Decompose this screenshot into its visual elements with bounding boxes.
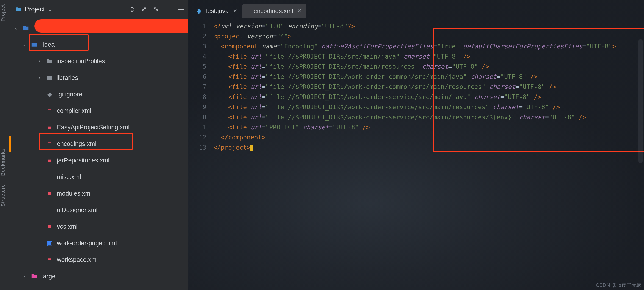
tab-test-java[interactable]: ◉ Test.java ✕ [191, 4, 242, 18]
more-icon[interactable]: ⋮ [165, 6, 171, 13]
project-tree[interactable]: ⌄ ⌄ .idea › [9, 18, 188, 290]
selection-indicator [9, 135, 10, 152]
project-view-switcher[interactable]: Project ⌄ [15, 5, 126, 13]
tree-label: misc.xml [57, 174, 81, 180]
toolstrip-bookmarks[interactable]: Bookmarks [0, 144, 9, 180]
work-area: Project ⌄ ◎ ⤢ ⤡ ⋮ — ⌄ [9, 0, 644, 290]
tree-file-gitignore[interactable]: ◆ .gitignore [9, 86, 188, 102]
xml-file-icon: ≡ [46, 207, 54, 213]
xml-file-icon: ≡ [46, 141, 54, 147]
tree-label: uiDesigner.xml [57, 207, 98, 213]
tree-label: vcs.xml [57, 224, 78, 230]
tree-file-misc[interactable]: ≡ misc.xml [9, 169, 188, 185]
tree-label: encodings.xml [57, 141, 96, 147]
idea-folder-icon [30, 41, 38, 48]
tree-folder-target[interactable]: › target [9, 268, 188, 284]
tree-file-compiler[interactable]: ≡ compiler.xml [9, 102, 188, 119]
editor-area: ◉ Test.java ✕ ≡ encodings.xml ✕ 12345678… [188, 0, 644, 290]
tree-label: jarRepositories.xml [57, 158, 110, 164]
tree-folder-inspectionprofiles[interactable]: › inspectionProfiles [9, 53, 188, 69]
xml-file-icon: ≡ [46, 174, 54, 180]
tree-file-uidesigner[interactable]: ≡ uiDesigner.xml [9, 202, 188, 218]
java-class-icon: ◉ [196, 8, 201, 14]
tab-label: Test.java [204, 8, 229, 15]
chevron-right-icon: › [37, 75, 42, 80]
tree-file-vcs[interactable]: ≡ vcs.xml [9, 218, 188, 235]
folder-icon [46, 58, 53, 65]
tree-label: modules.xml [57, 191, 92, 197]
tree-label: libraries [56, 75, 78, 81]
left-tool-strip: Project Bookmarks Structure [0, 0, 9, 290]
code-editor[interactable]: 12345678910111213 <?xml version="1.0" en… [188, 18, 644, 290]
folder-icon [46, 74, 53, 81]
close-icon[interactable]: ✕ [297, 8, 301, 14]
project-view-label: Project [25, 6, 45, 13]
tree-file-jarrepositories[interactable]: ≡ jarRepositories.xml [9, 152, 188, 169]
chevron-down-icon: ⌄ [13, 26, 19, 31]
ide-window: Project ⌄ ◎ ⤢ ⤡ ⋮ — ⌄ [9, 0, 644, 290]
close-icon[interactable]: ✕ [233, 8, 237, 14]
toolstrip-project[interactable]: Project [0, 0, 9, 26]
tree-label: .gitignore [57, 91, 82, 97]
tree-file-easyapi[interactable]: ≡ EasyApiProjectSetting.xml [9, 119, 188, 135]
iml-file-icon: ▣ [46, 240, 54, 246]
chevron-right-icon: › [22, 274, 27, 279]
tree-file-workspace[interactable]: ≡ workspace.xml [9, 251, 188, 268]
tree-label: compiler.xml [57, 108, 91, 114]
target-folder-icon [30, 273, 38, 280]
chevron-right-icon: › [37, 59, 42, 64]
xml-file-icon: ≡ [46, 191, 54, 197]
module-folder-icon [22, 25, 30, 32]
tree-label: .idea [41, 42, 55, 48]
hide-panel-icon[interactable]: — [178, 6, 184, 13]
tree-file-modules[interactable]: ≡ modules.xml [9, 185, 188, 202]
expand-all-icon[interactable]: ⤢ [142, 6, 146, 13]
locate-target-icon[interactable]: ◎ [129, 6, 135, 13]
xml-file-icon: ≡ [46, 158, 54, 164]
tab-label: encodings.xml [254, 8, 293, 15]
tree-file-workorder-iml[interactable]: ▣ work-order-project.iml [9, 235, 188, 251]
xml-file-icon: ≡ [247, 8, 250, 14]
code-content[interactable]: <?xml version="1.0" encoding="UTF-8"?><p… [213, 21, 644, 290]
project-header-actions: ◎ ⤢ ⤡ ⋮ — [129, 6, 184, 13]
tree-label: inspectionProfiles [56, 58, 105, 64]
xml-file-icon: ≡ [46, 124, 54, 130]
project-header: Project ⌄ ◎ ⤢ ⤡ ⋮ — [9, 0, 188, 18]
toolstrip-structure[interactable]: Structure [0, 180, 9, 211]
xml-file-icon: ≡ [46, 224, 54, 230]
gutter: 12345678910111213 [188, 21, 213, 290]
tree-label: work-order-project.iml [57, 240, 117, 246]
watermark: CSDN @寂夜了无痕 [596, 282, 642, 288]
project-tool-window: Project ⌄ ◎ ⤢ ⤡ ⋮ — ⌄ [9, 0, 188, 290]
vertical-scrollbar[interactable] [638, 39, 642, 163]
editor-tabs: ◉ Test.java ✕ ≡ encodings.xml ✕ [188, 0, 644, 18]
tree-label: workspace.xml [57, 257, 98, 263]
xml-file-icon: ≡ [46, 257, 54, 263]
chevron-down-icon: ⌄ [22, 42, 27, 47]
project-folder-icon [15, 5, 22, 13]
redaction-scribble [34, 19, 188, 33]
tree-label: EasyApiProjectSetting.xml [57, 124, 130, 130]
tree-file-encodings[interactable]: ≡ encodings.xml [9, 135, 188, 152]
tree-folder-idea[interactable]: ⌄ .idea [9, 36, 188, 53]
xml-file-icon: ≡ [46, 108, 54, 114]
tab-encodings-xml[interactable]: ≡ encodings.xml ✕ [242, 4, 307, 18]
tree-label: target [41, 273, 57, 279]
gitignore-icon: ◆ [46, 91, 54, 97]
tree-folder-libraries[interactable]: › libraries [9, 69, 188, 86]
collapse-all-icon[interactable]: ⤡ [154, 6, 158, 13]
chevron-down-icon: ⌄ [48, 5, 53, 13]
